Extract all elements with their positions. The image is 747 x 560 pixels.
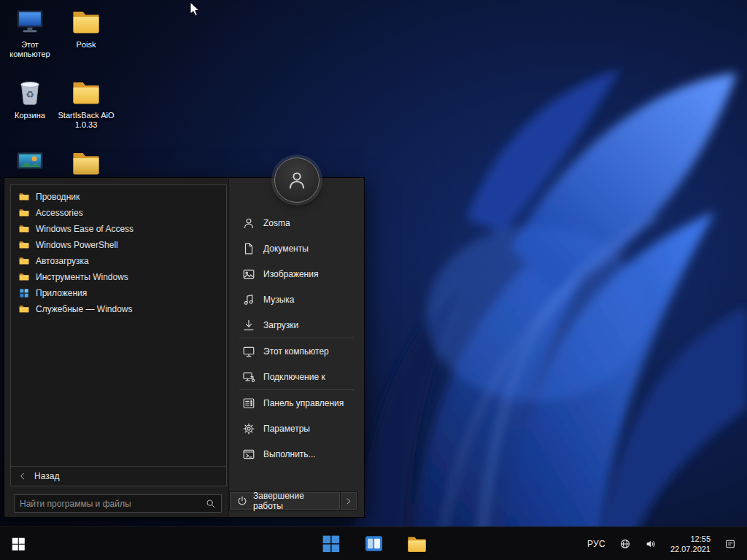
remote-connection-icon xyxy=(242,370,255,384)
taskbar-explorer[interactable] xyxy=(401,529,432,559)
program-item-accessories[interactable]: Accessories xyxy=(12,205,225,221)
link-documents[interactable]: Документы xyxy=(229,236,364,261)
windows-logo-icon xyxy=(10,536,26,552)
network-globe[interactable] xyxy=(617,532,633,556)
folder-icon xyxy=(71,77,101,107)
start-button[interactable] xyxy=(0,527,36,560)
link-connect-to[interactable]: Подключение к xyxy=(229,364,364,389)
program-item-explorer[interactable]: Проводник xyxy=(12,189,225,205)
back-label: Назад xyxy=(34,471,59,481)
taskbar-app-window[interactable] xyxy=(358,529,389,559)
notifications-icon xyxy=(724,538,736,550)
download-arrow-icon xyxy=(242,319,255,332)
program-label: Автозагрузка xyxy=(36,256,89,266)
user-avatar[interactable] xyxy=(274,158,320,203)
link-downloads[interactable]: Загрузки xyxy=(229,312,364,338)
picture-icon xyxy=(242,268,255,281)
folder-icon xyxy=(18,207,30,219)
folder-icon xyxy=(406,533,427,554)
chevron-right-icon xyxy=(344,497,353,506)
programs-box: Проводник Accessories Windows Ease of Ac… xyxy=(10,184,227,486)
desktop-icon-startisback[interactable]: StartIsBack AiO 1.0.33 xyxy=(58,77,115,130)
program-item-ease-of-access[interactable]: Windows Ease of Access xyxy=(12,221,225,237)
user-icon xyxy=(286,169,308,191)
search-input[interactable] xyxy=(20,499,201,509)
taskbar-windows-app[interactable] xyxy=(315,529,346,559)
search-icon[interactable] xyxy=(205,498,216,509)
action-center[interactable] xyxy=(722,532,738,556)
program-label: Служебные — Windows xyxy=(36,304,133,314)
desktop-icon-recycle-bin[interactable]: Корзина xyxy=(1,77,58,120)
clock[interactable]: 12:55 22.07.2021 xyxy=(668,532,713,556)
clock-time: 12:55 xyxy=(670,534,711,544)
link-music[interactable]: Музыка xyxy=(229,287,364,312)
program-label: Проводник xyxy=(36,192,80,202)
desktop-icon-label: Корзина xyxy=(15,111,45,120)
program-label: Windows Ease of Access xyxy=(36,224,133,234)
power-icon xyxy=(236,495,248,507)
shutdown-options-button[interactable] xyxy=(341,491,357,510)
start-menu-links: Zosma Документы Изображения Музыка Загру… xyxy=(229,210,364,467)
system-tray: РУС 12:55 22.07.2021 xyxy=(585,527,747,560)
volume-control[interactable] xyxy=(643,532,659,556)
run-window-icon xyxy=(242,448,255,461)
computer-icon xyxy=(15,6,45,36)
desktop: Этот компьютер Poisk Корзина StartIsBack… xyxy=(0,0,747,560)
link-label: Этот компьютер xyxy=(263,346,329,357)
link-control-panel[interactable]: Панель управления xyxy=(229,390,364,416)
folder-icon xyxy=(18,255,30,267)
link-this-pc[interactable]: Этот компьютер xyxy=(229,338,364,364)
user-icon xyxy=(242,217,255,230)
folder-icon xyxy=(18,239,30,251)
program-item-apps[interactable]: Приложения xyxy=(12,285,225,301)
chevron-left-icon xyxy=(18,471,28,481)
control-panel-icon xyxy=(242,397,255,410)
desktop-icon-partial-display[interactable] xyxy=(1,147,58,178)
start-menu-left-panel: Проводник Accessories Windows Ease of Ac… xyxy=(4,178,228,517)
folder-icon xyxy=(18,191,30,203)
link-user-profile[interactable]: Zosma xyxy=(229,210,364,236)
globe-icon xyxy=(619,538,631,550)
link-settings[interactable]: Параметры xyxy=(229,416,364,441)
desktop-icon-partial-folder[interactable] xyxy=(58,147,115,178)
recycle-bin-icon xyxy=(15,77,45,107)
shutdown-label: Завершение работы xyxy=(253,491,333,511)
music-note-icon xyxy=(242,293,255,306)
clock-date: 22.07.2021 xyxy=(670,544,711,554)
desktop-icon-this-pc[interactable]: Этот компьютер xyxy=(1,6,58,59)
program-item-system-windows[interactable]: Служебные — Windows xyxy=(12,301,225,317)
desktop-icon-poisk[interactable]: Poisk xyxy=(58,6,115,50)
taskbar-center-icons xyxy=(315,527,432,560)
language-indicator[interactable]: РУС xyxy=(585,532,608,556)
programs-list: Проводник Accessories Windows Ease of Ac… xyxy=(11,185,226,466)
link-label: Выполнить... xyxy=(263,449,316,459)
program-item-startup[interactable]: Автозагрузка xyxy=(12,253,225,269)
folder-icon xyxy=(18,303,30,315)
program-item-windows-tools[interactable]: Инструменты Windows xyxy=(12,269,225,285)
folder-icon xyxy=(18,271,30,283)
speaker-icon xyxy=(645,538,657,550)
link-label: Параметры xyxy=(263,424,310,434)
back-button[interactable]: Назад xyxy=(11,466,226,486)
folder-icon xyxy=(71,6,101,36)
taskbar: РУС 12:55 22.07.2021 xyxy=(0,526,747,560)
link-run[interactable]: Выполнить... xyxy=(229,441,364,467)
link-label: Музыка xyxy=(263,295,294,305)
start-menu-right-panel: Zosma Документы Изображения Музыка Загру… xyxy=(228,178,364,517)
link-pictures[interactable]: Изображения xyxy=(229,261,364,287)
shutdown-button[interactable]: Завершение работы xyxy=(229,491,341,510)
link-label: Zosma xyxy=(263,218,290,228)
link-label: Документы xyxy=(263,244,309,254)
program-item-powershell[interactable]: Windows PowerShell xyxy=(12,237,225,253)
desktop-icon-label: Этот компьютер xyxy=(1,40,58,59)
folder-icon xyxy=(18,223,30,235)
link-label: Панель управления xyxy=(263,398,344,408)
shutdown-group: Завершение работы xyxy=(229,491,357,510)
program-label: Приложения xyxy=(36,288,87,298)
monitor-icon xyxy=(242,345,255,358)
desktop-icon-label: Poisk xyxy=(77,40,96,50)
link-label: Подключение к xyxy=(263,372,325,382)
document-icon xyxy=(242,242,255,255)
windows-blue-logo-icon xyxy=(320,533,341,554)
display-media-icon xyxy=(15,147,45,178)
